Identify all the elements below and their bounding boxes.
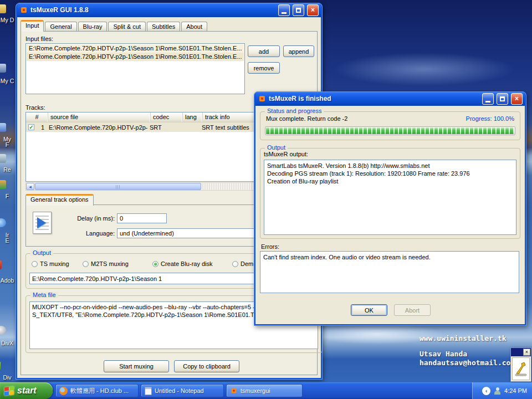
close-button[interactable]: × <box>307 4 319 16</box>
mini-close-button[interactable]: × <box>523 349 530 356</box>
internet-explorer-icon[interactable] <box>0 218 6 227</box>
desktop-icon-label[interactable]: Div <box>0 374 17 381</box>
dialog-output-group-label: Output <box>265 144 288 151</box>
append-button[interactable]: append <box>283 45 314 57</box>
start-button-label: start <box>17 386 37 396</box>
start-button[interactable]: start <box>0 382 53 399</box>
col-lang[interactable]: lang <box>183 112 203 122</box>
status-progress-groupbox: Status and progress Mux complete. Return… <box>260 111 520 140</box>
ok-button[interactable]: OK <box>351 304 387 316</box>
dialog-title: tsMuxeR is finished <box>269 95 479 103</box>
remove-button[interactable]: remove <box>248 62 280 74</box>
writing-hand-icon <box>514 361 528 377</box>
desktop-icon-label[interactable]: My C <box>0 78 17 84</box>
div-player-icon[interactable] <box>0 361 1 370</box>
desktop-icon-label[interactable]: F <box>0 193 17 200</box>
divx-icon[interactable] <box>0 326 6 335</box>
delay-label: Delay (in ms): <box>55 215 115 222</box>
output-group-label: Output <box>30 249 53 256</box>
dialog-minimize-button[interactable] <box>482 93 494 105</box>
status-message: Mux complete. Return code -2 <box>266 115 347 122</box>
language-label: Language: <box>55 230 115 237</box>
tsmuxer-app-icon <box>20 6 28 14</box>
scrollbar-thumb[interactable] <box>35 183 201 190</box>
tracks-label: Tracks: <box>25 104 45 111</box>
output-line: Creation of Blu-ray playlist <box>267 177 513 185</box>
copy-to-clipboard-button[interactable]: Copy to clipboard <box>174 360 239 372</box>
firefox-icon <box>59 387 68 395</box>
track-source: E:\Rome.Complete.720p.HDTV-p2p-... <box>47 124 147 131</box>
tsmuxer-output-textarea[interactable]: SmartLabs tsMuxeR. Version 1.8.8(b) http… <box>264 160 516 235</box>
start-muxing-button[interactable]: Start muxing <box>104 360 169 372</box>
general-track-options-tab[interactable]: General track options <box>25 194 94 206</box>
maximize-button[interactable] <box>293 4 304 16</box>
my-documents-icon[interactable] <box>0 4 6 13</box>
desktop-icon-label[interactable]: My D <box>0 17 17 23</box>
abort-button[interactable]: Abort <box>394 304 431 316</box>
dialog-close-button[interactable]: × <box>511 93 523 105</box>
input-file-item[interactable]: E:\Rome.Complete.720p.HDTV-p2p-1\Season … <box>27 53 244 61</box>
taskbar: start 軟體應用 - HD.club ... Untitled - Note… <box>0 382 532 399</box>
errors-textarea[interactable]: Can't find stream index. One audio or vi… <box>260 251 519 293</box>
firefox-desktop-icon[interactable] <box>0 180 6 189</box>
track-checkbox[interactable]: ✓ <box>28 124 34 130</box>
radio-m2ts-muxing[interactable]: M2TS muxing <box>83 260 129 267</box>
scroll-left-arrow[interactable]: ◂ <box>26 183 34 190</box>
desktop-icon-label[interactable]: Adob <box>0 277 17 284</box>
mini-window-titlebar[interactable]: × <box>511 348 531 356</box>
main-tab-strip: Input General Blu-ray Split & cut Subtit… <box>21 20 207 32</box>
mini-utility-window: × <box>510 347 531 382</box>
input-files-listbox[interactable]: E:\Rome.Complete.720p.HDTV-p2p-1\Season … <box>25 43 245 94</box>
tab-general[interactable]: General <box>45 22 76 32</box>
my-computer-icon[interactable] <box>0 64 6 73</box>
tab-input[interactable]: Input <box>21 20 44 32</box>
add-button[interactable]: add <box>248 45 280 57</box>
col-codec[interactable]: codec <box>151 112 183 122</box>
minimize-button[interactable] <box>278 4 290 16</box>
my-folder-icon[interactable] <box>0 123 6 132</box>
col-number[interactable]: # <box>26 112 48 122</box>
desktop-icon-label[interactable]: DivX <box>0 340 17 346</box>
tsmuxer-icon <box>231 387 238 395</box>
radio-ts-muxing[interactable]: TS muxing <box>32 260 69 267</box>
taskbar-item-tsmuxergui[interactable]: tsmuxergui <box>226 384 303 397</box>
errors-label: Errors: <box>261 243 279 250</box>
main-window-title: tsMuxeR GUI 1.8.8 <box>30 6 275 14</box>
desktop-icon-label[interactable]: E <box>0 237 17 244</box>
desktop-icon-label[interactable]: Re <box>0 166 17 173</box>
radio-create-bluray[interactable]: Create Blu-ray disk <box>152 260 213 267</box>
progress-bar <box>265 126 515 135</box>
dialog-maximize-button[interactable] <box>497 93 508 105</box>
output-line: SmartLabs tsMuxeR. Version 1.8.8(b) http… <box>267 162 513 170</box>
recycle-bin-icon[interactable] <box>0 154 6 163</box>
track-type-icon <box>33 212 52 234</box>
messenger-tray-icon[interactable] <box>494 387 501 395</box>
clock[interactable]: 4:24 PM <box>504 387 527 394</box>
status-group-label: Status and progress <box>265 108 324 114</box>
tab-subtitles[interactable]: Subtitles <box>147 22 180 32</box>
tab-bluray[interactable]: Blu-ray <box>78 22 108 32</box>
taskbar-item-notepad[interactable]: Untitled - Notepad <box>141 384 224 397</box>
track-number: 1 <box>34 124 47 131</box>
meta-file-group-label: Meta file <box>30 291 58 298</box>
main-titlebar[interactable]: tsMuxeR GUI 1.8.8 × <box>17 3 321 17</box>
tray-chevron-icon[interactable]: ‹ <box>482 387 490 395</box>
dialog-titlebar[interactable]: tsMuxeR is finished × <box>255 91 525 106</box>
progress-percent-label: Progress: 100.0% <box>466 115 514 122</box>
windows-logo-icon <box>4 386 14 396</box>
taskbar-item-firefox[interactable]: 軟體應用 - HD.club ... <box>55 384 139 397</box>
system-tray: ‹ 4:24 PM <box>472 382 532 399</box>
track-codec: SRT <box>147 124 180 131</box>
watermark-email: handautsav@hotmail.co <box>420 359 510 367</box>
input-file-item[interactable]: E:\Rome.Complete.720p.HDTV-p2p-1\Season … <box>27 44 244 53</box>
tsmuxer-output-label: tsMuxeR output: <box>264 151 308 157</box>
tab-split-cut[interactable]: Split & cut <box>108 22 146 32</box>
watermark-author: Utsav Handa <box>420 350 467 358</box>
notepad-icon <box>145 387 152 395</box>
desktop-icon-label[interactable]: F <box>0 141 17 148</box>
col-source-file[interactable]: source file <box>48 112 151 122</box>
cloud-decoration <box>332 53 515 86</box>
adobe-icon[interactable] <box>0 260 2 269</box>
tab-about[interactable]: About <box>181 22 207 32</box>
delay-input[interactable]: 0 <box>117 213 167 223</box>
